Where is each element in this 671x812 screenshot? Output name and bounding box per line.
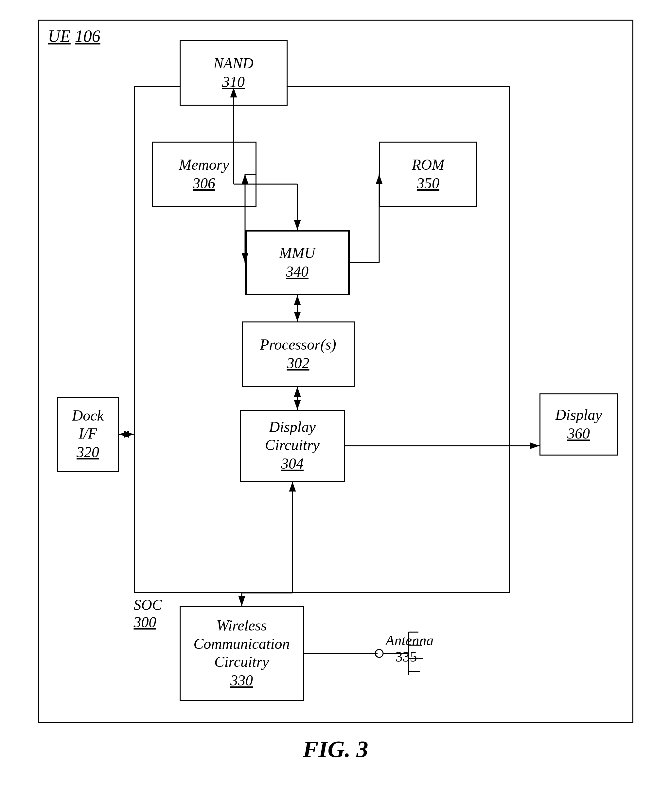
mmu-label: MMU bbox=[279, 244, 315, 262]
rom-label: ROM bbox=[412, 156, 444, 174]
nand-label: NAND bbox=[213, 54, 254, 72]
soc-number: 300 bbox=[134, 614, 157, 630]
soc-label: SOC 300 bbox=[134, 596, 162, 631]
ue-number: 106 bbox=[75, 27, 100, 46]
proc-label: Processor(s) bbox=[260, 336, 336, 353]
display360-number: 360 bbox=[567, 424, 590, 443]
antenna-label: Antenna bbox=[386, 632, 434, 649]
rom-number: 350 bbox=[417, 174, 439, 193]
dock-box: DockI/F 320 bbox=[57, 397, 119, 472]
soc-text: SOC bbox=[134, 596, 162, 613]
display360-box: Display 360 bbox=[540, 393, 618, 455]
mmu-box: MMU 340 bbox=[245, 230, 350, 295]
nand-number: 310 bbox=[222, 72, 245, 92]
memory-number: 306 bbox=[193, 174, 215, 193]
ue-label: UE 106 bbox=[48, 27, 100, 46]
display-circ-label: DisplayCircuitry bbox=[265, 418, 320, 454]
wireless-number: 330 bbox=[230, 671, 253, 690]
display-circuitry-box: DisplayCircuitry 304 bbox=[240, 410, 345, 482]
wireless-label: WirelessCommunicationCircuitry bbox=[194, 617, 290, 671]
rom-box: ROM 350 bbox=[379, 142, 477, 207]
main-diagram: UE 106 SOC 300 NAND 310 Memory 306 ROM 3… bbox=[38, 20, 634, 723]
dock-number: 320 bbox=[77, 442, 99, 462]
page-container: UE 106 SOC 300 NAND 310 Memory 306 ROM 3… bbox=[0, 0, 671, 812]
processors-box: Processor(s) 302 bbox=[242, 321, 355, 387]
fig-label: FIG. 3 bbox=[303, 736, 368, 763]
antenna-number: 335 bbox=[395, 649, 417, 665]
ue-text: UE bbox=[48, 27, 71, 46]
display360-label: Display bbox=[555, 406, 602, 424]
display-circ-number: 304 bbox=[281, 454, 303, 474]
svg-point-22 bbox=[375, 649, 383, 657]
proc-number: 302 bbox=[287, 353, 310, 373]
memory-label: Memory bbox=[179, 156, 229, 174]
mmu-number: 340 bbox=[286, 262, 308, 282]
nand-box: NAND 310 bbox=[180, 40, 288, 105]
dock-label: DockI/F bbox=[72, 406, 104, 442]
memory-box: Memory 306 bbox=[152, 142, 257, 207]
wireless-box: WirelessCommunicationCircuitry 330 bbox=[180, 606, 304, 701]
